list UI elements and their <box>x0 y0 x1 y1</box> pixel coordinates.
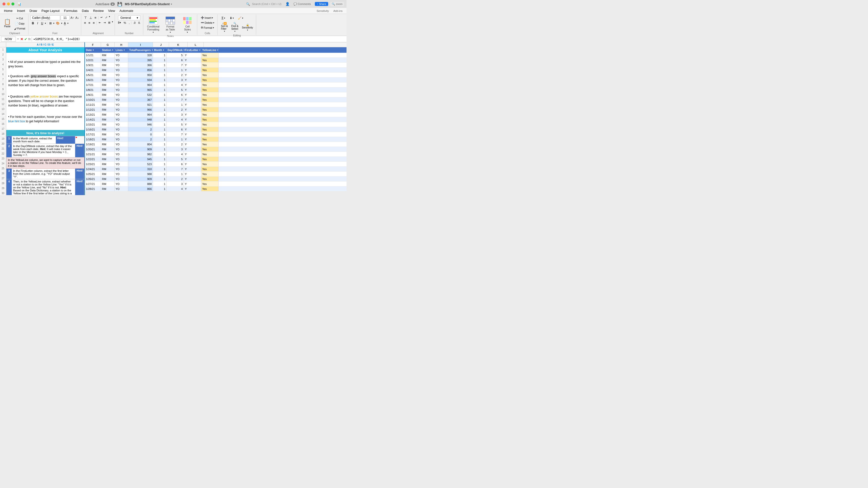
align-bottom-button[interactable]: ≡ <box>94 16 97 20</box>
table-cell[interactable]: 328 <box>128 53 153 57</box>
table-cell[interactable]: 6 <box>166 92 184 97</box>
align-right-button[interactable]: ≡ <box>92 21 96 25</box>
font-color-dropdown[interactable]: ▾ <box>67 22 68 25</box>
table-cell[interactable]: 310 <box>128 166 153 171</box>
table-cell[interactable]: Yes <box>201 83 219 87</box>
table-cell[interactable]: RM <box>101 97 115 102</box>
align-left-button[interactable]: ≡ <box>83 21 87 25</box>
table-cell[interactable]: 4 <box>166 117 184 122</box>
confirm-formula-button[interactable]: ✓ <box>24 37 27 41</box>
table-cell[interactable]: Yes <box>201 172 219 176</box>
format-button[interactable]: ⚙Format▾ <box>199 25 216 30</box>
table-cell[interactable]: 1 <box>153 53 166 57</box>
table-cell[interactable]: 4 <box>166 186 184 191</box>
table-cell[interactable]: 934 <box>128 78 153 82</box>
clear-dropdown[interactable]: ▾ <box>242 17 243 19</box>
table-cell[interactable]: 1/25/21 <box>85 172 101 176</box>
table-cell[interactable]: 7 <box>166 97 184 102</box>
table-cell[interactable]: 1 <box>153 107 166 112</box>
table-cell[interactable]: Yes <box>201 142 219 147</box>
table-cell[interactable]: 1 <box>153 63 166 67</box>
share-button[interactable]: ↑ Share <box>315 2 328 6</box>
table-cell[interactable]: 1 <box>153 72 166 77</box>
col-date-header[interactable]: Date▼ <box>85 47 101 53</box>
table-cell[interactable]: 1/3/21 <box>85 63 101 67</box>
table-cell[interactable]: 1 <box>153 137 166 142</box>
table-cell[interactable]: YO <box>115 132 128 137</box>
table-cell[interactable]: 1/8/21 <box>85 87 101 92</box>
table-cell[interactable]: Y <box>184 72 201 77</box>
table-cell[interactable]: 1/6/21 <box>85 78 101 82</box>
col-header-L[interactable]: L <box>188 42 204 47</box>
table-cell[interactable]: Yes <box>201 166 219 171</box>
table-cell[interactable]: Yes <box>201 58 219 62</box>
table-cell[interactable]: RM <box>101 117 115 122</box>
station-filter-arrow[interactable]: ▼ <box>112 49 114 51</box>
table-cell[interactable]: 6 <box>166 58 184 62</box>
table-cell[interactable]: 964 <box>128 112 153 117</box>
table-cell[interactable]: 1/4/21 <box>85 68 101 72</box>
table-cell[interactable]: 950 <box>128 72 153 77</box>
clear-button[interactable]: 🧹▾ <box>236 16 245 21</box>
table-cell[interactable]: RM <box>101 92 115 97</box>
table-cell[interactable]: Yes <box>201 107 219 112</box>
table-cell[interactable]: RM <box>101 186 115 191</box>
menu-draw[interactable]: Draw <box>28 8 39 13</box>
table-cell[interactable]: YO <box>115 152 128 156</box>
increase-decimal-button[interactable]: .0 <box>132 21 136 25</box>
table-cell[interactable]: 965 <box>128 87 153 92</box>
menu-page-layout[interactable]: Page Layout <box>40 8 62 13</box>
insert-dropdown[interactable]: ▾ <box>212 17 213 19</box>
table-row[interactable]: 1/25/21RMYO98811YYes <box>85 172 346 177</box>
table-cell[interactable]: RM <box>101 87 115 92</box>
table-cell[interactable]: Yes <box>201 92 219 97</box>
table-cell[interactable]: RM <box>101 147 115 152</box>
table-cell[interactable]: Y <box>184 157 201 161</box>
bold-button[interactable]: B <box>30 21 36 26</box>
insert-function-button[interactable]: fx <box>28 37 31 41</box>
table-cell[interactable]: 909 <box>128 177 153 181</box>
table-cell[interactable]: Y <box>184 68 201 72</box>
align-top-button[interactable]: ⊤ <box>83 16 88 20</box>
table-cell[interactable]: 1/21/21 <box>85 152 101 156</box>
col-dayofweek-header[interactable]: DayOfWeek▼ <box>166 47 184 53</box>
table-cell[interactable]: Y <box>184 172 201 176</box>
table-cell[interactable]: 1 <box>153 127 166 132</box>
table-row[interactable]: 1/1/21RMYO32815YYes <box>85 53 346 58</box>
table-cell[interactable]: 4 <box>166 152 184 156</box>
table-cell[interactable]: 856 <box>128 68 153 72</box>
table-cell[interactable]: Yes <box>201 63 219 67</box>
col-yellowline-header[interactable]: YellowLine▼ <box>201 47 219 53</box>
table-cell[interactable]: 6 <box>166 162 184 166</box>
table-cell[interactable]: RM <box>101 142 115 147</box>
table-cell[interactable]: RM <box>101 58 115 62</box>
table-cell[interactable]: RM <box>101 152 115 156</box>
table-cell[interactable]: 1 <box>153 177 166 181</box>
table-cell[interactable]: Yes <box>201 182 219 186</box>
copy-button[interactable]: 📄Copy <box>12 21 27 26</box>
col-station-header[interactable]: Station▼ <box>101 47 115 53</box>
table-cell[interactable]: RM <box>101 166 115 171</box>
underline-button[interactable]: U <box>40 21 44 26</box>
table-cell[interactable]: 1/7/21 <box>85 83 101 87</box>
table-cell[interactable]: 1 <box>153 78 166 82</box>
conditional-formatting-button[interactable]: ConditionalFormatting ▾ <box>145 16 161 34</box>
menu-formulas[interactable]: Formulas <box>62 8 80 13</box>
table-cell[interactable]: 1/19/21 <box>85 142 101 147</box>
merge-center-dropdown[interactable]: ▾ <box>112 21 113 25</box>
table-cell[interactable]: 523 <box>128 162 153 166</box>
table-cell[interactable]: 3 <box>166 147 184 152</box>
table-cell[interactable]: 0 <box>128 132 153 137</box>
table-cell[interactable]: YO <box>115 83 128 87</box>
table-cell[interactable]: 1/13/21 <box>85 112 101 117</box>
orientation-dropdown[interactable]: ▾ <box>109 16 110 20</box>
table-row[interactable]: 1/10/21RMYO36717YYes <box>85 97 346 102</box>
table-cell[interactable]: Yes <box>201 53 219 57</box>
table-cell[interactable]: RM <box>101 162 115 166</box>
table-cell[interactable]: YO <box>115 58 128 62</box>
table-cell[interactable]: 7 <box>166 166 184 171</box>
table-row[interactable]: 1/22/21RMYO94515YYes <box>85 157 346 162</box>
table-cell[interactable]: RM <box>101 157 115 161</box>
date-filter-arrow[interactable]: ▼ <box>92 49 94 51</box>
cell-reference-box[interactable]: NOW <box>1 37 16 41</box>
